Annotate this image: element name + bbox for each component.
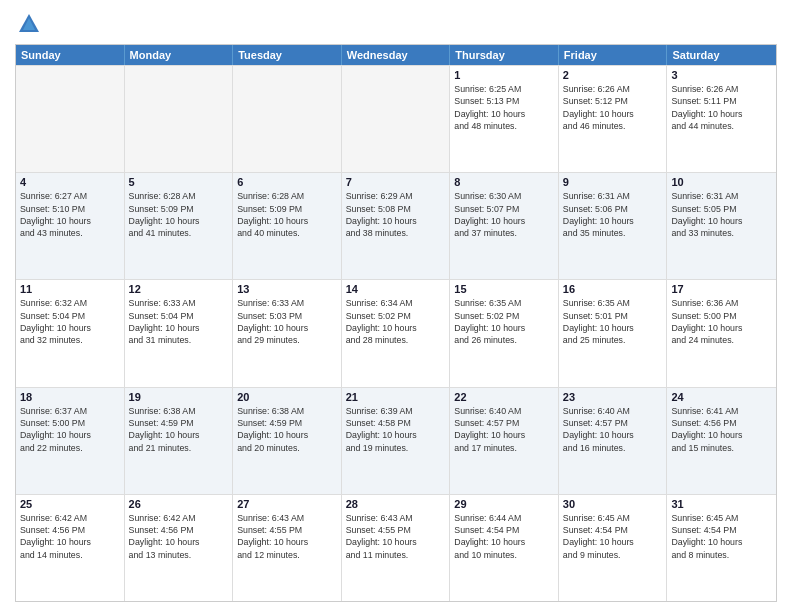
day-number: 19 [129,391,229,403]
header-day-friday: Friday [559,45,668,65]
day-number: 23 [563,391,663,403]
page: SundayMondayTuesdayWednesdayThursdayFrid… [0,0,792,612]
day-info: Sunrise: 6:32 AM Sunset: 5:04 PM Dayligh… [20,297,120,346]
day-number: 17 [671,283,772,295]
header-day-saturday: Saturday [667,45,776,65]
day-info: Sunrise: 6:26 AM Sunset: 5:12 PM Dayligh… [563,83,663,132]
day-cell-14: 14Sunrise: 6:34 AM Sunset: 5:02 PM Dayli… [342,280,451,386]
day-cell-22: 22Sunrise: 6:40 AM Sunset: 4:57 PM Dayli… [450,388,559,494]
day-number: 12 [129,283,229,295]
day-cell-20: 20Sunrise: 6:38 AM Sunset: 4:59 PM Dayli… [233,388,342,494]
day-number: 26 [129,498,229,510]
day-cell-2: 2Sunrise: 6:26 AM Sunset: 5:12 PM Daylig… [559,66,668,172]
day-info: Sunrise: 6:33 AM Sunset: 5:03 PM Dayligh… [237,297,337,346]
day-info: Sunrise: 6:38 AM Sunset: 4:59 PM Dayligh… [237,405,337,454]
day-cell-12: 12Sunrise: 6:33 AM Sunset: 5:04 PM Dayli… [125,280,234,386]
day-info: Sunrise: 6:29 AM Sunset: 5:08 PM Dayligh… [346,190,446,239]
day-number: 5 [129,176,229,188]
day-number: 22 [454,391,554,403]
day-info: Sunrise: 6:35 AM Sunset: 5:02 PM Dayligh… [454,297,554,346]
day-cell-24: 24Sunrise: 6:41 AM Sunset: 4:56 PM Dayli… [667,388,776,494]
day-info: Sunrise: 6:45 AM Sunset: 4:54 PM Dayligh… [563,512,663,561]
day-number: 21 [346,391,446,403]
day-number: 7 [346,176,446,188]
day-info: Sunrise: 6:30 AM Sunset: 5:07 PM Dayligh… [454,190,554,239]
day-info: Sunrise: 6:25 AM Sunset: 5:13 PM Dayligh… [454,83,554,132]
header-day-tuesday: Tuesday [233,45,342,65]
logo-icon [15,10,43,38]
day-cell-8: 8Sunrise: 6:30 AM Sunset: 5:07 PM Daylig… [450,173,559,279]
empty-cell [233,66,342,172]
day-cell-13: 13Sunrise: 6:33 AM Sunset: 5:03 PM Dayli… [233,280,342,386]
day-info: Sunrise: 6:34 AM Sunset: 5:02 PM Dayligh… [346,297,446,346]
day-cell-28: 28Sunrise: 6:43 AM Sunset: 4:55 PM Dayli… [342,495,451,601]
day-cell-23: 23Sunrise: 6:40 AM Sunset: 4:57 PM Dayli… [559,388,668,494]
day-number: 15 [454,283,554,295]
day-info: Sunrise: 6:28 AM Sunset: 5:09 PM Dayligh… [129,190,229,239]
logo [15,10,45,38]
day-number: 25 [20,498,120,510]
day-number: 14 [346,283,446,295]
day-number: 11 [20,283,120,295]
day-info: Sunrise: 6:36 AM Sunset: 5:00 PM Dayligh… [671,297,772,346]
day-number: 4 [20,176,120,188]
day-number: 13 [237,283,337,295]
day-info: Sunrise: 6:26 AM Sunset: 5:11 PM Dayligh… [671,83,772,132]
day-number: 1 [454,69,554,81]
day-cell-6: 6Sunrise: 6:28 AM Sunset: 5:09 PM Daylig… [233,173,342,279]
day-cell-3: 3Sunrise: 6:26 AM Sunset: 5:11 PM Daylig… [667,66,776,172]
day-cell-11: 11Sunrise: 6:32 AM Sunset: 5:04 PM Dayli… [16,280,125,386]
day-info: Sunrise: 6:45 AM Sunset: 4:54 PM Dayligh… [671,512,772,561]
day-number: 8 [454,176,554,188]
day-cell-10: 10Sunrise: 6:31 AM Sunset: 5:05 PM Dayli… [667,173,776,279]
day-info: Sunrise: 6:28 AM Sunset: 5:09 PM Dayligh… [237,190,337,239]
day-info: Sunrise: 6:35 AM Sunset: 5:01 PM Dayligh… [563,297,663,346]
day-number: 16 [563,283,663,295]
day-cell-17: 17Sunrise: 6:36 AM Sunset: 5:00 PM Dayli… [667,280,776,386]
day-info: Sunrise: 6:42 AM Sunset: 4:56 PM Dayligh… [20,512,120,561]
empty-cell [125,66,234,172]
day-info: Sunrise: 6:43 AM Sunset: 4:55 PM Dayligh… [237,512,337,561]
calendar: SundayMondayTuesdayWednesdayThursdayFrid… [15,44,777,602]
day-info: Sunrise: 6:40 AM Sunset: 4:57 PM Dayligh… [563,405,663,454]
day-number: 10 [671,176,772,188]
day-cell-7: 7Sunrise: 6:29 AM Sunset: 5:08 PM Daylig… [342,173,451,279]
day-number: 29 [454,498,554,510]
day-info: Sunrise: 6:31 AM Sunset: 5:05 PM Dayligh… [671,190,772,239]
header [15,10,777,38]
day-number: 6 [237,176,337,188]
calendar-header: SundayMondayTuesdayWednesdayThursdayFrid… [16,45,776,65]
calendar-row-4: 18Sunrise: 6:37 AM Sunset: 5:00 PM Dayli… [16,387,776,494]
day-cell-19: 19Sunrise: 6:38 AM Sunset: 4:59 PM Dayli… [125,388,234,494]
day-number: 2 [563,69,663,81]
header-day-sunday: Sunday [16,45,125,65]
day-info: Sunrise: 6:31 AM Sunset: 5:06 PM Dayligh… [563,190,663,239]
day-cell-21: 21Sunrise: 6:39 AM Sunset: 4:58 PM Dayli… [342,388,451,494]
day-info: Sunrise: 6:33 AM Sunset: 5:04 PM Dayligh… [129,297,229,346]
day-number: 18 [20,391,120,403]
header-day-monday: Monday [125,45,234,65]
day-cell-26: 26Sunrise: 6:42 AM Sunset: 4:56 PM Dayli… [125,495,234,601]
day-info: Sunrise: 6:42 AM Sunset: 4:56 PM Dayligh… [129,512,229,561]
day-info: Sunrise: 6:38 AM Sunset: 4:59 PM Dayligh… [129,405,229,454]
calendar-body: 1Sunrise: 6:25 AM Sunset: 5:13 PM Daylig… [16,65,776,601]
day-number: 31 [671,498,772,510]
day-number: 28 [346,498,446,510]
calendar-row-1: 1Sunrise: 6:25 AM Sunset: 5:13 PM Daylig… [16,65,776,172]
calendar-row-5: 25Sunrise: 6:42 AM Sunset: 4:56 PM Dayli… [16,494,776,601]
day-cell-30: 30Sunrise: 6:45 AM Sunset: 4:54 PM Dayli… [559,495,668,601]
day-info: Sunrise: 6:40 AM Sunset: 4:57 PM Dayligh… [454,405,554,454]
day-cell-31: 31Sunrise: 6:45 AM Sunset: 4:54 PM Dayli… [667,495,776,601]
calendar-row-3: 11Sunrise: 6:32 AM Sunset: 5:04 PM Dayli… [16,279,776,386]
empty-cell [342,66,451,172]
day-cell-9: 9Sunrise: 6:31 AM Sunset: 5:06 PM Daylig… [559,173,668,279]
day-number: 27 [237,498,337,510]
day-number: 24 [671,391,772,403]
day-info: Sunrise: 6:39 AM Sunset: 4:58 PM Dayligh… [346,405,446,454]
day-cell-16: 16Sunrise: 6:35 AM Sunset: 5:01 PM Dayli… [559,280,668,386]
header-day-thursday: Thursday [450,45,559,65]
header-day-wednesday: Wednesday [342,45,451,65]
day-cell-5: 5Sunrise: 6:28 AM Sunset: 5:09 PM Daylig… [125,173,234,279]
day-cell-29: 29Sunrise: 6:44 AM Sunset: 4:54 PM Dayli… [450,495,559,601]
calendar-row-2: 4Sunrise: 6:27 AM Sunset: 5:10 PM Daylig… [16,172,776,279]
